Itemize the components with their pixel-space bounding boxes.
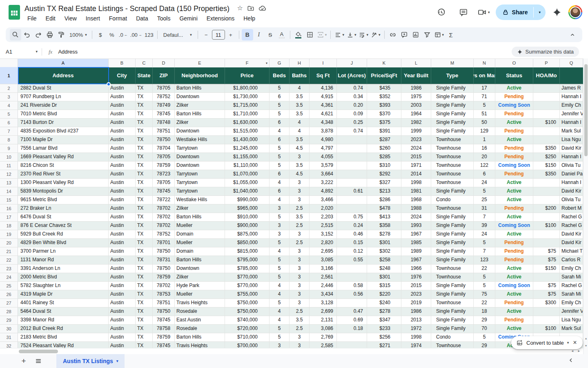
cell-A28[interactable]: 5464 Duval St [18,307,109,316]
cell-C13[interactable]: TX [136,179,153,187]
cell-J23[interactable] [337,265,367,273]
row-header-22[interactable]: 22 [0,256,18,265]
cell-A23[interactable]: 3391 Anderson Ln [18,265,109,273]
cell-K9[interactable]: $260 [367,144,401,153]
cell-J32[interactable] [337,342,367,348]
row-header-28[interactable]: 28 [0,307,18,316]
cell-H29[interactable]: 3.5 [290,316,310,325]
cell-P19[interactable] [533,230,560,239]
cell-Q23[interactable]: Emily Ch [560,265,583,273]
cell-B18[interactable]: Austin [109,222,136,230]
fill-color-button[interactable] [293,29,304,40]
cell-O13[interactable]: Active [495,179,533,187]
cell-H32[interactable]: 3 [290,342,310,348]
cell-I28[interactable]: 2,699 [310,307,337,316]
header-cell-status[interactable]: Status [495,67,533,84]
create-filter-button[interactable] [421,29,433,40]
cell-M5[interactable]: Single Family [431,110,474,119]
menu-edit[interactable]: Edit [43,14,58,22]
cell-E28[interactable]: Rosedale [175,307,225,316]
cell-E10[interactable]: Downtown [175,153,225,162]
cell-A14[interactable]: 5839 Montopolis Dr [18,187,109,196]
cell-N11[interactable]: 122 [474,162,495,170]
cell-C20[interactable]: TX [136,239,153,247]
italic-button[interactable]: I [253,29,265,40]
vertical-align-button[interactable]: ▾ [345,29,358,40]
cell-F22[interactable]: $795,000 [225,256,270,265]
column-header-K[interactable]: K [367,59,401,67]
cell-Q14[interactable]: David Kir [560,187,583,196]
cell-N21[interactable]: 7 [474,247,495,256]
menu-help[interactable]: Help [241,14,258,22]
vertical-scrollbar[interactable]: ▴ ▾ [583,58,588,354]
cell-C24[interactable]: TX [136,273,153,282]
cell-M6[interactable]: Single Family [431,119,474,127]
gemini-sparkle-icon[interactable] [551,4,563,20]
text-color-button[interactable]: A [276,29,287,40]
cell-H17[interactable]: 3.5 [290,213,310,222]
cell-N14[interactable]: 5 [474,187,495,196]
cell-B9[interactable]: Austin [109,144,136,153]
cell-H27[interactable]: 3 [290,299,310,307]
header-cell-type[interactable]: Type [431,67,474,84]
cell-G5[interactable]: 5 [270,110,290,119]
cell-E5[interactable]: Barton Hills [175,110,225,119]
cell-A25[interactable]: 5782 Slaughter Ln [18,282,109,290]
cell-L8[interactable]: 2023 [401,136,431,144]
cell-F24[interactable]: $770,000 [225,273,270,282]
row-header-15[interactable]: 15 [0,196,18,204]
header-cell-hoa-mo[interactable]: HOA/Mo [533,67,560,84]
cell-C12[interactable]: TX [136,170,153,179]
cell-C5[interactable]: TX [136,110,153,119]
horizontal-scrollbar[interactable]: ◂ ▸ [0,348,583,354]
name-box[interactable]: A1▾ [0,49,42,55]
cell-Q3[interactable]: Hannah I [560,93,583,101]
cell-P22[interactable]: $75 [533,256,560,265]
cell-D25[interactable]: 78702 [153,282,175,290]
cell-P23[interactable]: $150 [533,265,560,273]
cell-I27[interactable]: 3,128 [310,299,337,307]
insert-comment-button[interactable] [399,29,410,40]
fill-handle[interactable] [107,82,111,86]
cell-J31[interactable] [337,333,367,342]
cell-I19[interactable]: 3,152 [310,230,337,239]
cell-P16[interactable]: $200 [533,204,560,213]
cell-M31[interactable]: Condo [431,333,474,342]
cell-H18[interactable]: 2.5 [290,222,310,230]
cell-A24[interactable]: 2000 Metric Blvd [18,273,109,282]
row-header-1[interactable]: 1 [0,67,18,84]
row-header-26[interactable]: 26 [0,290,18,299]
hide-menus-button[interactable] [567,29,578,40]
cell-K14[interactable]: $213 [367,187,401,196]
row-header-17[interactable]: 17 [0,213,18,222]
column-dropdown-icon[interactable]: ▾ [266,61,267,65]
cell-B22[interactable]: Austin [109,256,136,265]
cell-J2[interactable]: 0.74 [337,84,367,93]
cell-C32[interactable]: TX [136,342,153,348]
cell-A18[interactable]: 876 E Cesar Chavez St [18,222,109,230]
cell-Q7[interactable]: Mark Sul [560,127,583,136]
cell-M18[interactable]: Single Family [431,222,474,230]
cell-D26[interactable]: 78753 [153,290,175,299]
column-header-M[interactable]: M [431,59,474,67]
cell-M4[interactable]: Single Family [431,101,474,110]
cell-D2[interactable]: 78705 [153,84,175,93]
cell-O19[interactable]: Active [495,230,533,239]
cell-G18[interactable]: 3 [270,222,290,230]
cell-P2[interactable] [533,84,560,93]
cell-E11[interactable]: Downtown [175,162,225,170]
cell-Q22[interactable]: Carlos R [560,256,583,265]
cell-M27[interactable]: Townhouse [431,299,474,307]
cell-N17[interactable]: 7 [474,213,495,222]
move-to-folder-icon[interactable] [247,4,254,12]
cell-I31[interactable]: 2,769 [310,333,337,342]
cell-F19[interactable]: $875,000 [225,230,270,239]
row-header-2[interactable]: 2 [0,84,18,93]
table-views-button[interactable]: ▾ [433,29,445,40]
cell-N31[interactable]: 5 [474,333,495,342]
convert-to-table-button[interactable]: Convert to table [526,340,564,346]
cell-L18[interactable]: 1993 [401,222,431,230]
cell-E13[interactable]: Tarrytown [175,179,225,187]
merge-cells-button[interactable]: ▾ [316,29,328,40]
cell-D15[interactable]: 78722 [153,196,175,204]
